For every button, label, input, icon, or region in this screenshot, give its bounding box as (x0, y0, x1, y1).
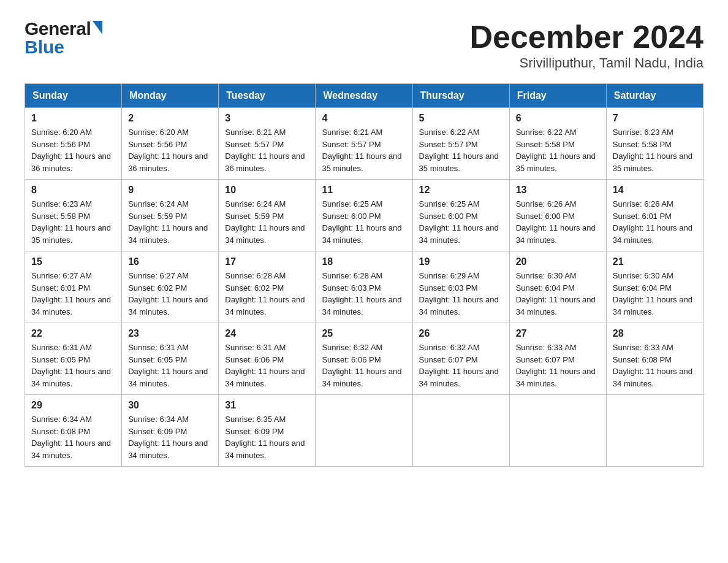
calendar-cell: 4 Sunrise: 6:21 AM Sunset: 5:57 PM Dayli… (316, 108, 412, 180)
logo-triangle-icon (93, 21, 102, 34)
header: General Blue December 2024 Srivilliputhu… (25, 18, 703, 71)
calendar-cell: 5 Sunrise: 6:22 AM Sunset: 5:57 PM Dayli… (412, 108, 509, 180)
day-number: 1 (31, 113, 115, 124)
day-info: Sunrise: 6:27 AM Sunset: 6:01 PM Dayligh… (31, 270, 115, 318)
calendar-cell: 25 Sunrise: 6:32 AM Sunset: 6:06 PM Dayl… (316, 323, 412, 395)
calendar-cell: 23 Sunrise: 6:31 AM Sunset: 6:05 PM Dayl… (122, 323, 219, 395)
day-number: 29 (31, 400, 115, 411)
calendar-week-5: 29 Sunrise: 6:34 AM Sunset: 6:08 PM Dayl… (25, 395, 703, 467)
calendar-table: Sunday Monday Tuesday Wednesday Thursday… (25, 83, 703, 467)
calendar-cell: 29 Sunrise: 6:34 AM Sunset: 6:08 PM Dayl… (25, 395, 122, 467)
calendar-header: Sunday Monday Tuesday Wednesday Thursday… (25, 84, 703, 108)
day-info: Sunrise: 6:24 AM Sunset: 5:59 PM Dayligh… (225, 198, 309, 246)
logo-blue: Blue (25, 37, 64, 58)
day-info: Sunrise: 6:24 AM Sunset: 5:59 PM Dayligh… (128, 198, 212, 246)
calendar-week-3: 15 Sunrise: 6:27 AM Sunset: 6:01 PM Dayl… (25, 251, 703, 323)
day-number: 12 (419, 185, 503, 196)
calendar-cell (412, 395, 509, 467)
calendar-week-2: 8 Sunrise: 6:23 AM Sunset: 5:58 PM Dayli… (25, 180, 703, 251)
calendar-cell (606, 395, 703, 467)
day-info: Sunrise: 6:34 AM Sunset: 6:08 PM Dayligh… (31, 413, 115, 461)
day-info: Sunrise: 6:30 AM Sunset: 6:04 PM Dayligh… (613, 270, 697, 318)
day-number: 13 (516, 185, 600, 196)
day-number: 24 (225, 328, 309, 339)
col-sunday: Sunday (25, 84, 122, 108)
day-number: 19 (419, 256, 503, 267)
day-number: 3 (225, 113, 309, 124)
day-info: Sunrise: 6:27 AM Sunset: 6:02 PM Dayligh… (128, 270, 212, 318)
day-number: 25 (322, 328, 406, 339)
day-info: Sunrise: 6:29 AM Sunset: 6:03 PM Dayligh… (419, 270, 503, 318)
day-info: Sunrise: 6:26 AM Sunset: 6:01 PM Dayligh… (613, 198, 697, 246)
calendar-cell: 2 Sunrise: 6:20 AM Sunset: 5:56 PM Dayli… (122, 108, 219, 180)
day-info: Sunrise: 6:33 AM Sunset: 6:07 PM Dayligh… (516, 342, 600, 389)
logo-general: General (25, 18, 91, 39)
title-area: December 2024 Srivilliputhur, Tamil Nadu… (469, 18, 703, 71)
calendar-cell: 31 Sunrise: 6:35 AM Sunset: 6:09 PM Dayl… (219, 395, 316, 467)
calendar-cell: 3 Sunrise: 6:21 AM Sunset: 5:57 PM Dayli… (219, 108, 316, 180)
day-info: Sunrise: 6:31 AM Sunset: 6:06 PM Dayligh… (225, 342, 309, 389)
day-number: 15 (31, 256, 115, 267)
day-info: Sunrise: 6:21 AM Sunset: 5:57 PM Dayligh… (225, 126, 309, 174)
calendar-cell: 26 Sunrise: 6:32 AM Sunset: 6:07 PM Dayl… (412, 323, 509, 395)
header-row: Sunday Monday Tuesday Wednesday Thursday… (25, 84, 703, 108)
col-thursday: Thursday (412, 84, 509, 108)
calendar-cell: 21 Sunrise: 6:30 AM Sunset: 6:04 PM Dayl… (606, 251, 703, 323)
calendar-cell: 15 Sunrise: 6:27 AM Sunset: 6:01 PM Dayl… (25, 251, 122, 323)
day-info: Sunrise: 6:32 AM Sunset: 6:07 PM Dayligh… (419, 342, 503, 389)
day-number: 5 (419, 113, 503, 124)
page-title: December 2024 (469, 18, 703, 55)
day-number: 4 (322, 113, 406, 124)
col-monday: Monday (122, 84, 219, 108)
day-number: 16 (128, 256, 212, 267)
calendar-cell: 18 Sunrise: 6:28 AM Sunset: 6:03 PM Dayl… (316, 251, 412, 323)
day-number: 18 (322, 256, 406, 267)
col-tuesday: Tuesday (219, 84, 316, 108)
day-info: Sunrise: 6:20 AM Sunset: 5:56 PM Dayligh… (128, 126, 212, 174)
calendar-cell: 24 Sunrise: 6:31 AM Sunset: 6:06 PM Dayl… (219, 323, 316, 395)
day-info: Sunrise: 6:21 AM Sunset: 5:57 PM Dayligh… (322, 126, 406, 174)
day-number: 7 (613, 113, 697, 124)
calendar-cell: 28 Sunrise: 6:33 AM Sunset: 6:08 PM Dayl… (606, 323, 703, 395)
day-number: 20 (516, 256, 600, 267)
day-number: 30 (128, 400, 212, 411)
day-info: Sunrise: 6:23 AM Sunset: 5:58 PM Dayligh… (31, 198, 115, 246)
day-info: Sunrise: 6:25 AM Sunset: 6:00 PM Dayligh… (419, 198, 503, 246)
calendar-cell: 7 Sunrise: 6:23 AM Sunset: 5:58 PM Dayli… (606, 108, 703, 180)
day-info: Sunrise: 6:31 AM Sunset: 6:05 PM Dayligh… (128, 342, 212, 389)
calendar-cell: 16 Sunrise: 6:27 AM Sunset: 6:02 PM Dayl… (122, 251, 219, 323)
day-info: Sunrise: 6:23 AM Sunset: 5:58 PM Dayligh… (613, 126, 697, 174)
calendar-cell: 30 Sunrise: 6:34 AM Sunset: 6:09 PM Dayl… (122, 395, 219, 467)
day-number: 2 (128, 113, 212, 124)
calendar-week-1: 1 Sunrise: 6:20 AM Sunset: 5:56 PM Dayli… (25, 108, 703, 180)
day-info: Sunrise: 6:25 AM Sunset: 6:00 PM Dayligh… (322, 198, 406, 246)
day-number: 17 (225, 256, 309, 267)
day-info: Sunrise: 6:28 AM Sunset: 6:03 PM Dayligh… (322, 270, 406, 318)
day-info: Sunrise: 6:28 AM Sunset: 6:02 PM Dayligh… (225, 270, 309, 318)
calendar-cell: 19 Sunrise: 6:29 AM Sunset: 6:03 PM Dayl… (412, 251, 509, 323)
day-number: 14 (613, 185, 697, 196)
calendar-cell: 10 Sunrise: 6:24 AM Sunset: 5:59 PM Dayl… (219, 180, 316, 251)
calendar-cell: 6 Sunrise: 6:22 AM Sunset: 5:58 PM Dayli… (509, 108, 606, 180)
day-info: Sunrise: 6:32 AM Sunset: 6:06 PM Dayligh… (322, 342, 406, 389)
day-number: 11 (322, 185, 406, 196)
subtitle: Srivilliputhur, Tamil Nadu, India (469, 55, 703, 71)
day-number: 27 (516, 328, 600, 339)
calendar-cell: 11 Sunrise: 6:25 AM Sunset: 6:00 PM Dayl… (316, 180, 412, 251)
calendar-cell: 1 Sunrise: 6:20 AM Sunset: 5:56 PM Dayli… (25, 108, 122, 180)
day-number: 31 (225, 400, 309, 411)
calendar-cell (509, 395, 606, 467)
day-info: Sunrise: 6:22 AM Sunset: 5:57 PM Dayligh… (419, 126, 503, 174)
calendar-cell: 14 Sunrise: 6:26 AM Sunset: 6:01 PM Dayl… (606, 180, 703, 251)
day-info: Sunrise: 6:34 AM Sunset: 6:09 PM Dayligh… (128, 413, 212, 461)
day-number: 22 (31, 328, 115, 339)
calendar-week-4: 22 Sunrise: 6:31 AM Sunset: 6:05 PM Dayl… (25, 323, 703, 395)
day-number: 23 (128, 328, 212, 339)
col-friday: Friday (509, 84, 606, 108)
day-info: Sunrise: 6:30 AM Sunset: 6:04 PM Dayligh… (516, 270, 600, 318)
day-info: Sunrise: 6:20 AM Sunset: 5:56 PM Dayligh… (31, 126, 115, 174)
day-info: Sunrise: 6:31 AM Sunset: 6:05 PM Dayligh… (31, 342, 115, 389)
calendar-cell: 22 Sunrise: 6:31 AM Sunset: 6:05 PM Dayl… (25, 323, 122, 395)
day-number: 6 (516, 113, 600, 124)
day-number: 26 (419, 328, 503, 339)
